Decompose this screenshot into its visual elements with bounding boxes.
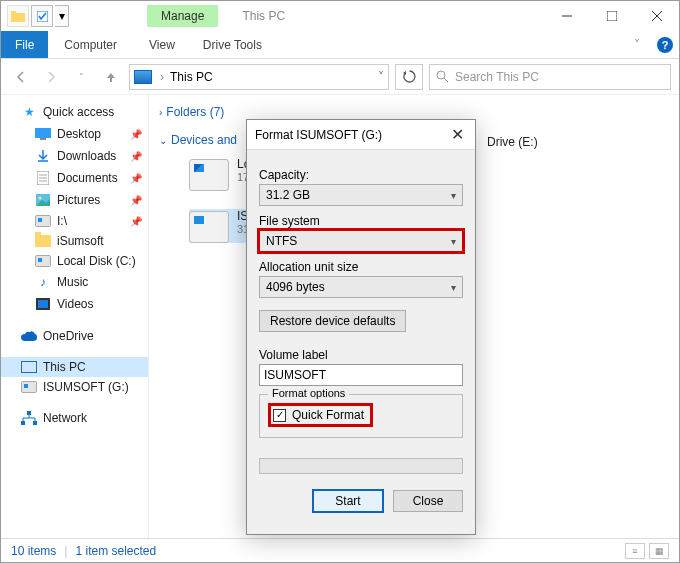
titlebar: ▾ Manage This PC xyxy=(1,1,679,31)
progress-bar xyxy=(259,458,463,474)
sidebar-item-desktop[interactable]: Desktop 📌 xyxy=(1,123,148,145)
sidebar-item-videos[interactable]: Videos xyxy=(1,293,148,315)
quick-format-checkbox[interactable]: ✓ Quick Format xyxy=(273,408,364,422)
svg-rect-4 xyxy=(607,11,617,21)
sidebar-item-label: ISUMSOFT (G:) xyxy=(43,380,129,394)
svg-rect-10 xyxy=(40,138,46,140)
sidebar-item-localdisk-c[interactable]: Local Disk (C:) xyxy=(1,251,148,271)
drive-icon xyxy=(35,255,51,267)
close-button[interactable]: ✕ xyxy=(447,125,467,144)
checkbox-label: Quick Format xyxy=(292,408,364,422)
volume-label-input[interactable]: ISUMSOFT xyxy=(259,364,463,386)
statusbar: 10 items | 1 item selected ≡ ▦ xyxy=(1,538,679,562)
sidebar-item-pictures[interactable]: Pictures 📌 xyxy=(1,189,148,211)
sidebar-item-downloads[interactable]: Downloads 📌 xyxy=(1,145,148,167)
drive-e[interactable]: Drive (E:) xyxy=(469,135,538,149)
manage-context-tab[interactable]: Manage xyxy=(147,5,218,27)
address-bar: ˅ › This PC ˅ Search This PC xyxy=(1,59,679,95)
sidebar-item-label: This PC xyxy=(43,360,86,374)
qat-menu-button[interactable]: ▾ xyxy=(55,5,69,27)
help-button[interactable]: ? xyxy=(651,31,679,58)
svg-point-7 xyxy=(437,71,445,79)
folder-icon xyxy=(35,235,51,247)
sidebar-item-label: Pictures xyxy=(57,193,100,207)
status-selected-count: 1 item selected xyxy=(75,544,156,558)
svg-rect-20 xyxy=(27,411,31,415)
breadcrumb-this-pc[interactable]: This PC xyxy=(166,70,217,84)
view-details-button[interactable]: ≡ xyxy=(625,543,645,559)
restore-defaults-button[interactable]: Restore device defaults xyxy=(259,310,406,332)
sidebar-item-this-pc[interactable]: This PC xyxy=(1,357,148,377)
up-button[interactable] xyxy=(99,65,123,89)
pc-icon xyxy=(134,70,152,84)
allocation-label: Allocation unit size xyxy=(259,260,463,274)
dialog-titlebar[interactable]: Format ISUMSOFT (G:) ✕ xyxy=(247,120,475,150)
sidebar-item-label: Documents xyxy=(57,171,118,185)
group-label: Folders (7) xyxy=(166,105,224,119)
tab-file[interactable]: File xyxy=(1,31,48,58)
svg-rect-1 xyxy=(11,11,16,14)
sidebar-item-label: Network xyxy=(43,411,87,425)
select-value: 31.2 GB xyxy=(266,188,310,202)
filesystem-label: File system xyxy=(259,214,463,228)
chevron-right-icon: › xyxy=(159,107,162,118)
filesystem-select[interactable]: NTFS ▾ xyxy=(259,230,463,252)
sidebar-item-music[interactable]: ♪ Music xyxy=(1,271,148,293)
search-input[interactable]: Search This PC xyxy=(429,64,671,90)
music-icon: ♪ xyxy=(35,274,51,290)
close-button[interactable] xyxy=(634,1,679,31)
sidebar-item-label: OneDrive xyxy=(43,329,94,343)
drive-icon xyxy=(35,215,51,227)
select-value: 4096 bytes xyxy=(266,280,325,294)
minimize-button[interactable] xyxy=(544,1,589,31)
svg-rect-21 xyxy=(21,421,25,425)
sidebar-item-onedrive[interactable]: OneDrive xyxy=(1,325,148,347)
address-box[interactable]: › This PC ˅ xyxy=(129,64,389,90)
start-button[interactable]: Start xyxy=(313,490,383,512)
pin-icon: 📌 xyxy=(130,173,142,184)
svg-line-8 xyxy=(444,78,448,82)
ribbon-expand-button[interactable]: ˅ xyxy=(623,31,651,58)
view-large-icons-button[interactable]: ▦ xyxy=(649,543,669,559)
sidebar-item-documents[interactable]: Documents 📌 xyxy=(1,167,148,189)
refresh-button[interactable] xyxy=(395,64,423,90)
search-icon xyxy=(436,70,449,83)
chevron-right-icon[interactable]: › xyxy=(158,70,166,84)
sidebar-item-isumsoft[interactable]: iSumsoft xyxy=(1,231,148,251)
tab-computer[interactable]: Computer xyxy=(48,31,133,58)
close-dialog-button[interactable]: Close xyxy=(393,490,463,512)
back-button[interactable] xyxy=(9,65,33,89)
format-options-group: Format options ✓ Quick Format xyxy=(259,394,463,438)
sidebar-item-quick-access[interactable]: ★ Quick access xyxy=(1,101,148,123)
sidebar-item-label: Videos xyxy=(57,297,93,311)
svg-rect-19 xyxy=(38,300,48,308)
status-item-count: 10 items xyxy=(11,544,56,558)
svg-rect-0 xyxy=(11,13,25,22)
sidebar-item-isumsoft-g[interactable]: ISUMSOFT (G:) xyxy=(1,377,148,397)
format-dialog: Format ISUMSOFT (G:) ✕ Capacity: 31.2 GB… xyxy=(246,119,476,535)
pin-icon: 📌 xyxy=(130,216,142,227)
desktop-icon xyxy=(35,126,51,142)
pc-icon xyxy=(21,361,37,373)
search-placeholder: Search This PC xyxy=(455,70,539,84)
ribbon: File Computer View Drive Tools ˅ ? xyxy=(1,31,679,59)
capacity-label: Capacity: xyxy=(259,168,463,182)
recent-dropdown-button[interactable]: ˅ xyxy=(69,65,93,89)
capacity-select[interactable]: 31.2 GB ▾ xyxy=(259,184,463,206)
qat-new-folder-button[interactable] xyxy=(7,5,29,27)
tab-drive-tools[interactable]: Drive Tools xyxy=(191,31,274,58)
sidebar-item-label: Quick access xyxy=(43,105,114,119)
volume-label-label: Volume label xyxy=(259,348,463,362)
pin-icon: 📌 xyxy=(130,151,142,162)
sidebar-item-label: iSumsoft xyxy=(57,234,104,248)
forward-button[interactable] xyxy=(39,65,63,89)
sidebar-item-network[interactable]: Network xyxy=(1,407,148,429)
sidebar-item-label: Downloads xyxy=(57,149,116,163)
address-dropdown-button[interactable]: ˅ xyxy=(378,70,384,84)
network-icon xyxy=(21,410,37,426)
sidebar-item-idrive[interactable]: I:\ 📌 xyxy=(1,211,148,231)
maximize-button[interactable] xyxy=(589,1,634,31)
qat-properties-button[interactable] xyxy=(31,5,53,27)
allocation-select[interactable]: 4096 bytes ▾ xyxy=(259,276,463,298)
tab-view[interactable]: View xyxy=(133,31,191,58)
